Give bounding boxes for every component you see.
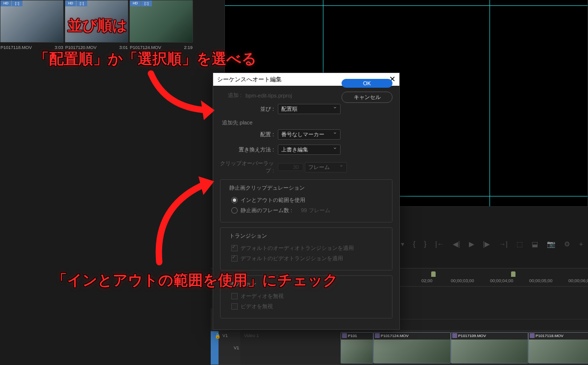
transport-controls: ▾ { } |← ◀| ▶ |▶ →| ⬚ ⬓ 📷 ⚙ + [401, 240, 583, 248]
section-title: 追加先 place [222, 119, 392, 126]
in-icon[interactable]: { [413, 240, 416, 248]
step-fwd-icon[interactable]: |▶ [483, 240, 490, 248]
ordering-label: 並び : [220, 105, 278, 113]
lift-icon[interactable]: ⬚ [516, 240, 523, 248]
go-out-icon[interactable]: →| [499, 240, 508, 248]
ok-button[interactable]: OK [342, 79, 392, 88]
fx-icon [452, 333, 457, 338]
extract-icon[interactable]: ⬓ [532, 240, 538, 248]
check-default-audio-trans: デフォルトのオーディオトランジションを適用 [231, 244, 388, 252]
out-icon[interactable]: } [424, 240, 427, 248]
annotation-text: 並び順は [68, 16, 127, 36]
ruler-tick: 02;00 [421, 278, 433, 283]
check-ignore-audio: オーディオを無視 [231, 292, 388, 300]
more-icon[interactable]: + [579, 240, 583, 248]
cancel-button[interactable]: キャンセル [342, 92, 392, 103]
settings-icon[interactable]: ⚙ [564, 240, 570, 248]
annotation-text: 「配置順」か「選択順」を選べる [34, 49, 257, 69]
project-label: 追加 : [220, 92, 245, 99]
track-label: Video 1 [244, 333, 259, 338]
lock-icon[interactable]: 🔒 [215, 333, 220, 339]
track-v1[interactable]: Video 1 P101 P1017124.MOV P1017109.MOV P… [240, 331, 588, 365]
export-frame-icon[interactable]: 📷 [547, 240, 555, 248]
add-marker-icon[interactable]: ▾ [401, 240, 404, 248]
radio-use-inout[interactable]: インとアウトの範囲を使用 [231, 196, 388, 204]
timeline-clip[interactable]: P1017109.MOV [451, 332, 528, 364]
ruler-tick: 00;00;06;00 [568, 278, 588, 283]
ruler-tick: 00;00;03;00 [451, 278, 474, 283]
track-header-v1[interactable]: V1 🔒 V1 [211, 331, 242, 365]
ruler-tick: 00;00;04;00 [490, 278, 514, 283]
check-default-video-trans: デフォルトのビデオトランジションを適用 [231, 255, 388, 262]
timeline-clip[interactable]: P101 [341, 332, 373, 364]
play-icon[interactable]: ▶ [469, 240, 474, 248]
fx-icon [375, 333, 380, 338]
transition-title: トランジション [227, 232, 269, 240]
ordering-select[interactable]: 配置順 [278, 104, 341, 114]
still-duration-group: 静止画クリップデュレーション インとアウトの範囲を使用 静止画のフレーム数 : … [220, 179, 392, 222]
thumb-name: P1017118.MOV [0, 45, 32, 50]
check-ignore-video: ビデオを無視 [231, 303, 388, 310]
step-back-icon[interactable]: ◀| [453, 240, 460, 248]
fx-icon [530, 333, 535, 338]
fx-icon [342, 333, 347, 338]
method-select[interactable]: 上書き編集 [278, 145, 341, 155]
clip-thumb[interactable]: HD[::] P1017124.MOV2:19 [129, 0, 193, 43]
project-value: bpm-edit-tips.prproj [245, 93, 292, 98]
go-in-icon[interactable]: |← [435, 240, 444, 248]
clip-thumb[interactable]: HD[::] P1017118.MOV3:03 [0, 0, 64, 43]
radio-frame-count[interactable]: 静止画のフレーム数 : 99 フレーム [231, 207, 388, 214]
dialog-title-text: シーケンスへオート編集 [217, 73, 282, 86]
overlap-label: クリップオーバーラップ : [220, 160, 278, 174]
timeline-clip[interactable]: P1017118.MOV [528, 332, 588, 364]
placement-select[interactable]: 番号なしマーカー [278, 129, 341, 140]
overlap-value: 30 [278, 163, 303, 171]
annotation-text: 「インとアウトの範囲を使用」にチェック [52, 270, 338, 291]
timeline-clip[interactable]: P1017124.MOV [373, 332, 451, 364]
transition-group: トランジション デフォルトのオーディオトランジションを適用 デフォルトのビデオト… [220, 227, 392, 270]
placement-label: 配置 : [220, 131, 278, 138]
overlap-unit: フレーム [308, 164, 330, 170]
automate-to-sequence-dialog: シーケンスへオート編集 ✕ OK キャンセル 追加 :bpm-edit-tips… [213, 73, 400, 330]
method-label: 置き換え方法 : [220, 146, 278, 153]
ruler-tick: 00;00;05;00 [529, 278, 553, 283]
still-title: 静止画クリップデュレーション [227, 184, 307, 192]
